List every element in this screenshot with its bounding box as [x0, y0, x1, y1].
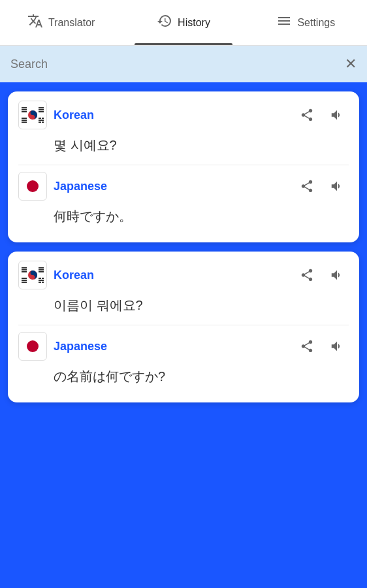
target-lang-row-2: Japanese [18, 332, 349, 361]
svg-rect-1 [22, 107, 27, 108]
share-source-2[interactable] [295, 263, 319, 287]
svg-rect-6 [39, 111, 44, 112]
svg-rect-4 [39, 107, 44, 108]
share-target-2[interactable] [295, 335, 319, 358]
source-lang-row-2: Korean [18, 261, 349, 289]
target-lang-row-1: Japanese [18, 172, 349, 201]
tab-history[interactable]: History [122, 0, 244, 45]
target-lang-name-2: Japanese [54, 340, 289, 353]
svg-rect-23 [39, 269, 44, 270]
card-divider-2 [18, 325, 349, 325]
history-list: Korean 몇 시예요? Japanese [0, 82, 367, 412]
svg-rect-28 [39, 278, 41, 279]
target-text-2: の名前は何ですか? [18, 363, 349, 392]
japanese-flag-2 [18, 332, 47, 361]
svg-rect-14 [42, 122, 44, 123]
share-target-1[interactable] [295, 174, 319, 198]
source-text-2: 이름이 뭐에요? [18, 292, 349, 321]
audio-source-2[interactable] [325, 263, 349, 287]
source-lang-name-2: Korean [54, 269, 289, 282]
svg-rect-11 [42, 118, 44, 119]
tab-history-label: History [178, 17, 210, 29]
source-lang-name-1: Korean [54, 108, 289, 122]
svg-rect-5 [39, 109, 44, 110]
clear-search-button[interactable]: ✕ [345, 57, 357, 71]
target-text-1: 何時ですか。 [18, 203, 349, 232]
search-input[interactable] [10, 57, 345, 71]
svg-rect-27 [22, 282, 27, 283]
audio-target-2[interactable] [325, 335, 349, 358]
menu-icon [276, 13, 292, 32]
svg-rect-30 [39, 280, 44, 281]
search-bar: ✕ [0, 46, 367, 82]
target-lang-name-1: Japanese [54, 180, 289, 193]
korean-flag-2 [18, 261, 47, 289]
translation-card-2: Korean 이름이 뭐에요? Japanese [8, 252, 359, 402]
svg-rect-26 [22, 280, 27, 281]
tab-translator-label: Translator [48, 17, 95, 29]
translation-card-1: Korean 몇 시예요? Japanese [8, 91, 359, 242]
svg-rect-31 [39, 282, 41, 283]
translate-icon [27, 13, 43, 32]
svg-rect-8 [22, 120, 27, 121]
svg-rect-7 [22, 118, 27, 119]
svg-rect-32 [42, 282, 44, 283]
svg-rect-3 [22, 111, 27, 112]
svg-rect-13 [39, 122, 41, 123]
svg-rect-25 [22, 278, 27, 279]
svg-rect-10 [39, 118, 41, 119]
svg-rect-29 [42, 278, 44, 279]
audio-source-1[interactable] [325, 103, 349, 127]
source-text-1: 몇 시예요? [18, 132, 349, 161]
japanese-flag-1 [18, 172, 47, 201]
svg-rect-19 [22, 267, 27, 269]
svg-rect-20 [22, 269, 27, 270]
svg-rect-22 [39, 267, 44, 269]
card-divider-1 [18, 165, 349, 165]
svg-rect-21 [22, 271, 27, 272]
source-lang-row-1: Korean [18, 101, 349, 129]
korean-flag-1 [18, 101, 47, 129]
svg-rect-12 [39, 120, 44, 121]
audio-target-1[interactable] [325, 174, 349, 198]
svg-rect-9 [22, 122, 27, 123]
svg-rect-2 [22, 109, 27, 110]
svg-point-35 [27, 340, 39, 352]
share-source-1[interactable] [295, 103, 319, 127]
tab-settings[interactable]: Settings [245, 0, 367, 45]
tab-translator[interactable]: Translator [0, 0, 122, 45]
svg-rect-24 [39, 271, 44, 272]
svg-point-17 [27, 180, 39, 192]
history-icon [157, 13, 172, 32]
tab-bar: Translator History Settings [0, 0, 367, 46]
tab-settings-label: Settings [297, 17, 335, 29]
